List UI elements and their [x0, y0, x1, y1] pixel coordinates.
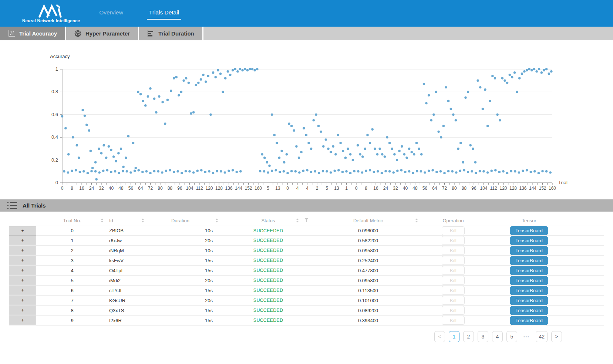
sort-icon[interactable] [215, 219, 218, 223]
x-tick-label: 96 [177, 186, 182, 191]
scatter-point [384, 170, 387, 172]
page-prev-button[interactable]: < [434, 331, 445, 342]
scatter-point [310, 148, 312, 150]
page-next-button[interactable]: > [551, 331, 562, 342]
expand-row-button[interactable]: + [9, 246, 36, 255]
scatter-point [190, 112, 192, 115]
cell-trial-no: 5 [37, 276, 107, 285]
scatter-point [347, 148, 349, 150]
page-button-42[interactable]: 42 [536, 331, 548, 342]
expand-row-button[interactable]: + [9, 256, 36, 265]
tensorboard-button[interactable]: TensorBoard [510, 236, 548, 245]
page-button-2[interactable]: 2 [463, 331, 474, 342]
scatter-point [482, 170, 485, 172]
nav-item-trials-detail[interactable]: Trials Detail [147, 7, 181, 20]
scatter-point [61, 115, 63, 117]
expand-row-button[interactable]: + [9, 306, 36, 315]
scatter-point [157, 170, 159, 172]
x-tick-label: 104 [186, 186, 193, 191]
sort-icon[interactable] [415, 219, 418, 223]
tensorboard-button[interactable]: TensorBoard [510, 296, 548, 305]
scatter-point [114, 170, 116, 172]
tensorboard-button[interactable]: TensorBoard [510, 226, 548, 235]
accuracy-scatter-chart[interactable]: 00.20.40.60.8108162432404856647280889610… [0, 40, 613, 197]
tensorboard-button[interactable]: TensorBoard [510, 256, 548, 265]
tensorboard-button[interactable]: TensorBoard [510, 316, 548, 325]
expand-row-button[interactable]: + [9, 266, 36, 275]
scatter-point [202, 74, 204, 76]
table-row: +9I2x6R15sSUCCEEDED0.393400KillTensorBoa… [9, 316, 604, 326]
scatter-point [442, 125, 445, 127]
nav-item-overview[interactable]: Overview [97, 7, 125, 20]
tab-trial-accuracy[interactable]: Trial Accuracy [0, 27, 65, 40]
expand-row-button[interactable]: + [9, 276, 36, 285]
kill-button[interactable]: Kill [442, 306, 465, 315]
cell-tensor: TensorBoard [485, 236, 573, 245]
col-header-default_metric[interactable]: Default Metric [314, 215, 422, 226]
tab-trial-duration[interactable]: Trial Duration [139, 27, 202, 40]
kill-button[interactable]: Kill [442, 276, 465, 285]
col-header-duration[interactable]: Duration [148, 215, 222, 226]
scatter-point [78, 156, 80, 159]
sort-icon[interactable] [141, 219, 144, 223]
scatter-point [388, 142, 391, 144]
tensorboard-button[interactable]: TensorBoard [510, 266, 548, 275]
cell-status: SUCCEEDED [222, 266, 314, 275]
scatter-point [263, 170, 265, 172]
kill-button[interactable]: Kill [442, 226, 465, 235]
filter-icon[interactable] [304, 218, 309, 223]
tensorboard-button[interactable]: TensorBoard [510, 306, 548, 315]
cell-filler [573, 236, 604, 245]
col-header-id[interactable]: Id [107, 215, 148, 226]
expand-row-button[interactable]: + [9, 316, 36, 325]
kill-button[interactable]: Kill [442, 296, 465, 305]
x-tick-label: 8 [71, 186, 73, 191]
tensorboard-button[interactable]: TensorBoard [510, 286, 548, 295]
expand-row-button[interactable]: + [9, 296, 36, 305]
scatter-point [115, 160, 117, 162]
kill-button[interactable]: Kill [442, 246, 465, 255]
kill-button[interactable]: Kill [442, 266, 465, 275]
cell-trial-no: 6 [37, 286, 107, 295]
page-button-4[interactable]: 4 [492, 331, 503, 342]
sort-icon[interactable] [296, 219, 299, 223]
kill-button[interactable]: Kill [442, 286, 465, 295]
expand-row-button[interactable]: + [9, 286, 36, 295]
kill-button[interactable]: Kill [442, 236, 465, 245]
scatter-point [67, 153, 70, 155]
kill-button[interactable]: Kill [442, 256, 465, 265]
scatter-point [447, 100, 449, 102]
scatter-point [302, 170, 304, 172]
tensorboard-button[interactable]: TensorBoard [510, 276, 548, 285]
scatter-point [149, 87, 151, 90]
scatter-point [166, 99, 169, 101]
cell-filler [573, 256, 604, 265]
page-button-5[interactable]: 5 [506, 331, 517, 342]
expand-row-button[interactable]: + [9, 236, 36, 245]
scatter-point [435, 91, 437, 93]
page-button-1[interactable]: 1 [449, 331, 459, 342]
scatter-point [220, 170, 222, 172]
sort-icon[interactable] [101, 219, 104, 223]
kill-button[interactable]: Kill [442, 316, 465, 325]
x-tick-label: 13 [334, 186, 339, 191]
scatter-point [239, 170, 242, 172]
x-tick-label: 13 [275, 186, 280, 191]
cell-default-metric: 0.095800 [314, 276, 422, 285]
scatter-point [349, 153, 351, 155]
scatter-point [288, 122, 290, 125]
tab-hyper-parameter[interactable]: Hyper Parameter [66, 27, 138, 40]
scatter-point [310, 171, 312, 173]
expand-row-button[interactable]: + [9, 226, 36, 236]
scatter-point [373, 171, 375, 173]
scatter-point [246, 69, 249, 71]
scatter-point [170, 90, 172, 92]
scatter-point [112, 155, 115, 158]
tensorboard-button[interactable]: TensorBoard [510, 246, 548, 255]
cell-trial-no: 0 [37, 226, 107, 235]
page-button-3[interactable]: 3 [478, 331, 488, 342]
scatter-point [428, 170, 430, 172]
col-header-trial_no[interactable]: Trial No. [37, 215, 107, 226]
col-header-status[interactable]: Status [222, 215, 314, 226]
x-tick-label: 120 [205, 186, 213, 191]
